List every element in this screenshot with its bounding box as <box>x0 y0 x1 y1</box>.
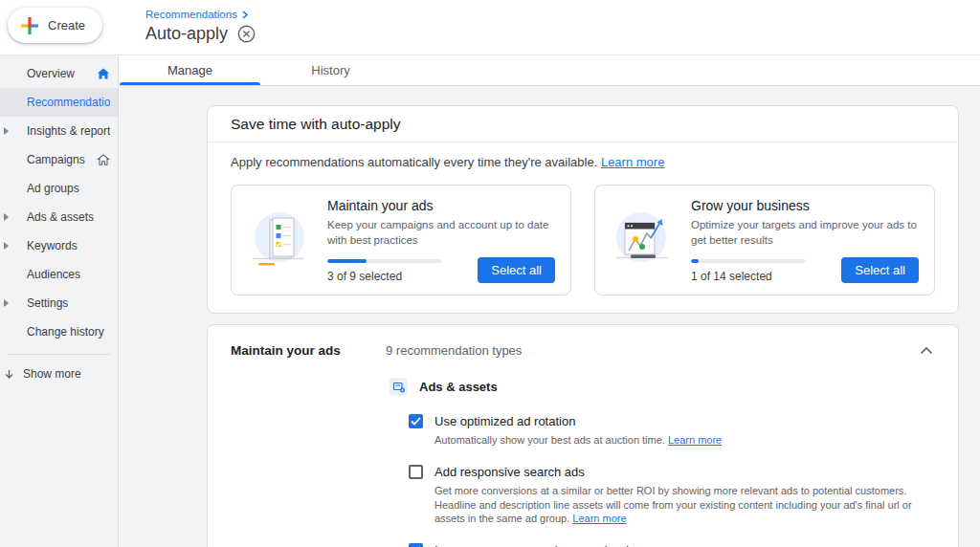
improve-responsive-search-ads-checkbox[interactable] <box>409 543 423 547</box>
sidebar-item-overview[interactable]: Overview <box>0 59 118 88</box>
breadcrumb: Recommendations Auto-apply <box>145 9 256 44</box>
recommendation-description: Get more conversions at a similar or bet… <box>434 484 935 525</box>
section-title: Maintain your ads <box>231 343 386 358</box>
recommendation-label: Use optimized ad rotation <box>434 414 575 428</box>
chevron-down-icon <box>4 369 14 380</box>
maintain-card-description: Keep your campaigns and account up to da… <box>327 218 555 248</box>
sidebar-divider <box>8 354 110 355</box>
sidebar-item-keywords[interactable]: Keywords <box>0 231 118 260</box>
create-button[interactable]: Create <box>8 8 102 43</box>
sidebar-item-change-history[interactable]: Change history <box>0 317 118 346</box>
dismiss-circle-icon[interactable] <box>237 25 256 43</box>
home-outline-icon <box>97 154 110 166</box>
maintain-section-card: Maintain your ads 9 recommendation types <box>207 324 959 547</box>
grow-card-title: Grow your business <box>691 198 919 213</box>
maintain-selected-count: 3 of 9 selected <box>327 270 478 283</box>
tab-history[interactable]: History <box>260 55 401 85</box>
collapse-section-button[interactable] <box>918 341 935 360</box>
ads-assets-icon <box>390 378 408 396</box>
sidebar-item-audiences[interactable]: Audiences <box>0 260 118 289</box>
maintain-select-all-button[interactable]: Select all <box>478 257 555 283</box>
auto-apply-card: Save time with auto-apply Apply recommen… <box>207 105 959 314</box>
checklist-illustration <box>247 208 310 272</box>
breadcrumb-recommendations-link[interactable]: Recommendations <box>145 9 237 20</box>
grow-your-business-card: Grow your business Optimize your targets… <box>594 185 935 295</box>
sidebar-item-ad-groups[interactable]: Ad groups <box>0 174 118 203</box>
left-nav-sidebar: Overview Recommendations Insights & repo… <box>0 55 119 547</box>
grow-select-all-button[interactable]: Select all <box>841 257 919 283</box>
grow-progress-bar <box>691 259 806 263</box>
recommendation-description: Automatically show your best ads at auct… <box>434 433 935 447</box>
sidebar-item-settings[interactable]: Settings <box>0 289 118 317</box>
grow-selected-count: 1 of 14 selected <box>691 270 841 283</box>
ads-assets-group-header: Ads & assets <box>390 378 958 396</box>
expand-arrow-icon[interactable] <box>4 242 9 250</box>
main-content: Manage History Save time with auto-apply… <box>120 55 980 547</box>
tab-bar: Manage History <box>120 55 980 86</box>
auto-apply-description: Apply recommendations automatically ever… <box>231 155 935 169</box>
breadcrumb-chevron-icon <box>241 11 249 19</box>
learn-more-link[interactable]: Learn more <box>668 434 722 446</box>
home-filled-icon <box>97 68 110 80</box>
recommendation-item-add-responsive-search-ads: Add responsive search ads Get more conve… <box>409 465 958 525</box>
maintain-card-title: Maintain your ads <box>327 198 555 213</box>
top-bar: Create Recommendations Auto-apply <box>0 0 980 55</box>
recommendation-item-improve-responsive-search-ads: Improve your responsive search ads Get m… <box>409 543 958 547</box>
auto-apply-card-title: Save time with auto-apply <box>208 106 958 142</box>
google-plus-icon <box>20 16 39 35</box>
sidebar-item-recommendations[interactable]: Recommendations <box>0 88 118 117</box>
sidebar-item-ads-assets[interactable]: Ads & assets <box>0 203 118 231</box>
add-responsive-search-ads-checkbox[interactable] <box>409 465 423 479</box>
sidebar-item-insights-reports[interactable]: Insights & reports <box>0 117 118 145</box>
optimized-ad-rotation-checkbox[interactable] <box>409 414 423 428</box>
expand-arrow-icon[interactable] <box>4 299 9 307</box>
learn-more-link[interactable]: Learn more <box>572 513 626 524</box>
tab-manage[interactable]: Manage <box>120 55 260 85</box>
growth-chart-illustration <box>611 208 674 272</box>
maintain-your-ads-card: Maintain your ads Keep your campaigns an… <box>231 185 571 295</box>
ads-assets-group-label: Ads & assets <box>419 380 498 394</box>
recommendation-label: Improve your responsive search ads <box>434 543 635 547</box>
chevron-up-icon <box>920 346 933 355</box>
grow-card-description: Optimize your targets and improve your a… <box>691 218 919 248</box>
sidebar-item-campaigns[interactable]: Campaigns <box>0 145 118 174</box>
page-title: Auto-apply <box>145 24 228 44</box>
recommendation-item-optimized-ad-rotation: Use optimized ad rotation Automatically … <box>409 414 958 447</box>
expand-arrow-icon[interactable] <box>4 127 9 135</box>
learn-more-link[interactable]: Learn more <box>601 155 664 169</box>
recommendation-label: Add responsive search ads <box>434 465 585 479</box>
maintain-progress-bar <box>327 259 442 263</box>
section-subtitle: 9 recommendation types <box>386 343 918 358</box>
show-more-button[interactable]: Show more <box>0 361 118 387</box>
create-button-label: Create <box>48 18 85 33</box>
expand-arrow-icon[interactable] <box>4 213 9 221</box>
